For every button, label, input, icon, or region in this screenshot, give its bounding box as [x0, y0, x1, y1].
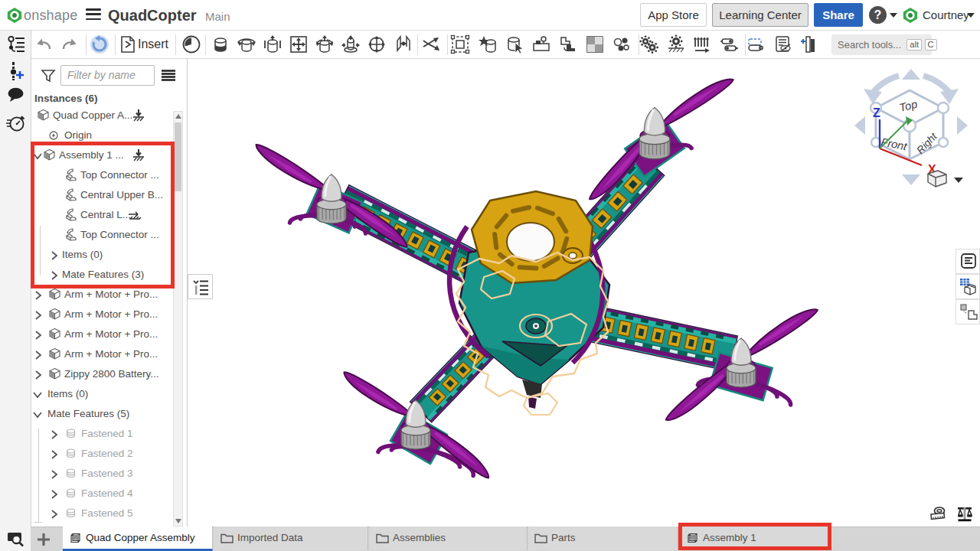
svg-text:Z: Z [873, 106, 880, 119]
